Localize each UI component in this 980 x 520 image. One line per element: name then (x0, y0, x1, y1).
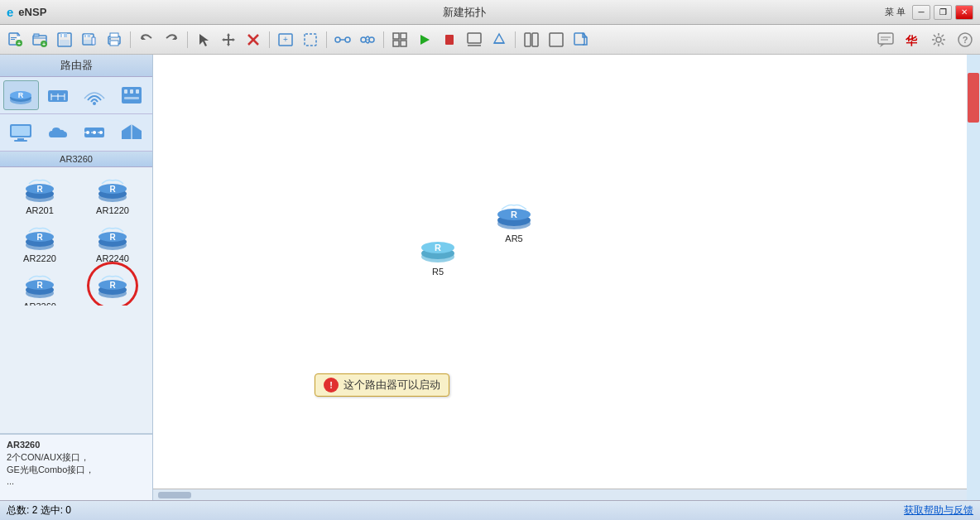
tooltip: ! 这个路由器可以启动 (315, 373, 449, 397)
svg-text:R: R (511, 209, 517, 219)
svg-rect-52 (525, 33, 531, 46)
svg-rect-54 (550, 33, 563, 46)
svg-rect-14 (62, 34, 64, 37)
svg-point-39 (361, 37, 366, 42)
minimize-button[interactable]: ─ (912, 5, 930, 20)
info-line2: GE光电Combo接口， (7, 464, 146, 476)
svg-point-23 (109, 38, 111, 40)
info-title: AR3260 (7, 440, 146, 450)
save-as-button[interactable] (78, 28, 101, 51)
print-button[interactable] (103, 28, 126, 51)
view-button[interactable] (463, 28, 486, 51)
chat-button[interactable] (874, 28, 897, 51)
svg-text:R: R (109, 281, 116, 290)
sep5 (383, 31, 384, 48)
canvas-device-ar5[interactable]: R AR5 (494, 195, 534, 243)
status-bar: 总数: 2 选中: 0 获取帮助与反馈 (0, 500, 980, 520)
connect2-button[interactable] (356, 28, 379, 51)
split-view-button[interactable] (520, 28, 543, 51)
device-item-ar2220[interactable]: R AR2220 (5, 220, 74, 265)
window-controls: 菜 单 ─ ❐ ✕ (882, 4, 973, 20)
huawei-button[interactable]: 华 (901, 28, 924, 51)
redo-button[interactable] (160, 28, 183, 51)
info-panel: AR3260 2个CON/AUX接口， GE光电Combo接口， ... (0, 434, 152, 500)
scroll-thumb[interactable] (968, 73, 979, 123)
settings-button[interactable] (927, 28, 950, 51)
svg-rect-48 (468, 33, 481, 43)
device-item-ar2240[interactable]: R AR2240 (78, 220, 147, 265)
device-type-grid: R (0, 77, 152, 114)
type-router[interactable]: R (3, 80, 39, 110)
svg-text:R: R (435, 243, 441, 253)
svg-rect-22 (110, 41, 118, 46)
status-right[interactable]: 获取帮助与反馈 (904, 503, 973, 518)
full-view-button[interactable] (545, 28, 568, 51)
model-label: AR3260 (0, 152, 152, 167)
new-button[interactable]: + (3, 28, 26, 51)
type-other[interactable] (114, 118, 150, 147)
device-label-router: Router (98, 304, 126, 306)
info-line1: 2个CON/AUX接口， (7, 451, 146, 464)
device-label-ar201: AR201 (26, 205, 54, 215)
open-button[interactable]: + (28, 28, 51, 51)
type-serial[interactable] (77, 118, 113, 147)
svg-text:R: R (109, 233, 116, 242)
svg-point-73 (93, 102, 96, 105)
vertical-scrollbar[interactable] (967, 55, 980, 500)
svg-text:R: R (18, 91, 24, 99)
title-bar: e eNSP 新建拓扑 菜 单 ─ ❐ ✕ (0, 0, 980, 25)
add-device-button[interactable]: + (274, 28, 297, 51)
export-button[interactable] (569, 28, 593, 51)
toolbar: + + + (0, 25, 980, 55)
type-pc[interactable] (3, 118, 39, 147)
restore-button[interactable]: ❐ (934, 5, 952, 20)
svg-rect-19 (84, 40, 93, 44)
select-button[interactable] (192, 28, 215, 51)
delete-button[interactable] (242, 28, 265, 51)
type-firewall[interactable] (114, 80, 150, 110)
device-label-ar2240: AR2240 (96, 253, 129, 263)
move-button[interactable] (217, 28, 240, 51)
device-item-ar1220[interactable]: R AR1220 (78, 172, 147, 217)
canvas-label-ar5: AR5 (505, 234, 522, 243)
svg-rect-4 (11, 37, 17, 38)
canvas-device-r5[interactable]: R R5 (418, 229, 458, 277)
type-cloud[interactable] (41, 118, 76, 147)
svg-rect-42 (393, 33, 399, 39)
marquee-button[interactable] (299, 28, 322, 51)
stop-all-button[interactable] (438, 28, 461, 51)
type-wireless[interactable] (77, 80, 113, 110)
save-button[interactable] (53, 28, 76, 51)
svg-text:R: R (36, 233, 43, 242)
svg-rect-35 (305, 34, 316, 46)
svg-point-87 (99, 131, 103, 134)
horizontal-scrollbar[interactable] (153, 489, 967, 500)
device-item-ar3260[interactable]: R AR3260 (5, 268, 74, 306)
svg-rect-77 (136, 89, 139, 94)
svg-rect-80 (12, 126, 30, 136)
sep1 (130, 31, 131, 48)
close-button[interactable]: ✕ (955, 5, 973, 20)
menu-label[interactable]: 菜 单 (882, 4, 909, 20)
svg-text:+: + (283, 35, 288, 44)
svg-marker-46 (420, 35, 430, 45)
app-name: eNSP (18, 6, 46, 18)
left-panel: 路由器 R (0, 55, 153, 500)
toolbar-right: 华 ? (874, 28, 977, 51)
device-item-ar201[interactable]: R AR201 (5, 172, 74, 217)
capture-button[interactable] (488, 28, 511, 51)
grid-button[interactable] (388, 28, 411, 51)
undo-button[interactable] (135, 28, 158, 51)
help-button[interactable]: ? (954, 28, 977, 51)
device-item-router[interactable]: R Router (78, 268, 147, 306)
svg-rect-81 (17, 138, 24, 140)
connect-button[interactable] (331, 28, 354, 51)
svg-point-86 (93, 131, 96, 134)
svg-point-37 (345, 37, 350, 42)
svg-rect-75 (124, 89, 127, 94)
svg-marker-26 (199, 34, 209, 46)
type-switch[interactable] (41, 80, 76, 110)
canvas-area[interactable]: R R5 R AR5 ! 这个路由器可以启动 (153, 55, 967, 489)
start-all-button[interactable] (413, 28, 436, 51)
svg-text:?: ? (963, 35, 968, 45)
